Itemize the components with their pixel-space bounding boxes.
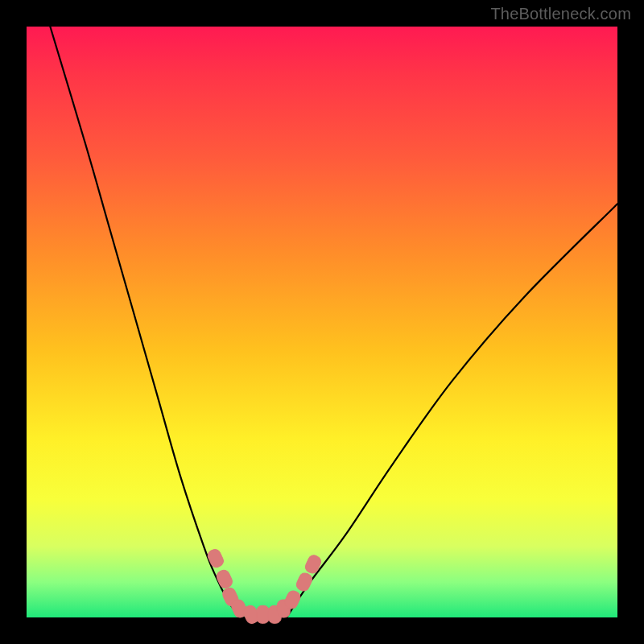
data-marker bbox=[303, 554, 323, 576]
plot-area bbox=[27, 27, 617, 617]
data-marker bbox=[215, 568, 234, 590]
watermark-text: TheBottleneck.com bbox=[490, 5, 631, 23]
curve-layer bbox=[27, 27, 617, 617]
chart-frame: TheBottleneck.com bbox=[0, 0, 644, 644]
curve-left-branch bbox=[50, 27, 239, 617]
data-marker bbox=[206, 547, 225, 569]
data-marker bbox=[257, 605, 270, 623]
data-marker bbox=[295, 572, 314, 593]
curve-right-branch bbox=[287, 204, 617, 617]
marker-group bbox=[206, 547, 323, 625]
